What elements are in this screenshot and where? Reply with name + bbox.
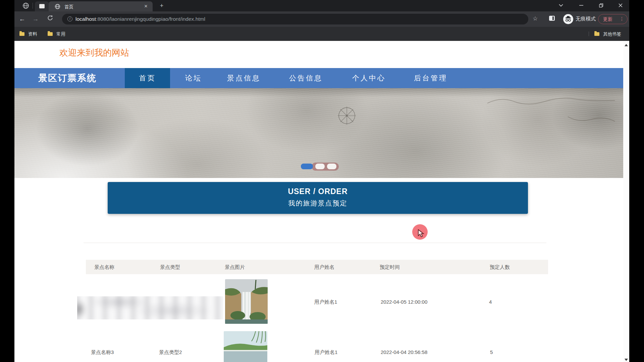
section-divider (84, 243, 546, 243)
cell-user: 用户姓名1 (315, 349, 337, 356)
folder-icon (48, 32, 53, 36)
cursor-arrow-icon (418, 229, 425, 238)
cell-name: 景点名称3 (91, 349, 114, 356)
tab-search-chevron-icon[interactable] (556, 2, 565, 9)
censored-text-blur (77, 296, 223, 319)
column-header-user: 用户姓名 (314, 260, 334, 274)
section-title-en: USER / ORDER (108, 187, 528, 196)
page-scrollbar[interactable] (623, 41, 629, 362)
nav-item-admin[interactable]: 后台管理 (414, 68, 447, 88)
column-header-type: 景点类型 (160, 260, 180, 274)
welcome-text: 欢迎来到我的网站 (59, 47, 129, 59)
pinned-tab[interactable] (35, 1, 49, 11)
tab-close-icon[interactable]: ✕ (143, 4, 149, 9)
bookmark-folder-changyong[interactable]: 常用 (56, 31, 65, 37)
site-brand: 景区订票系统 (38, 68, 97, 88)
active-tab[interactable]: 首页 ✕ (49, 1, 153, 11)
column-header-count: 预定人数 (490, 260, 510, 274)
new-tab-button[interactable]: + (158, 2, 165, 9)
hero-carousel-banner[interactable] (14, 88, 623, 178)
nav-item-scenic-info[interactable]: 景点信息 (227, 68, 261, 88)
cell-time: 2022-04-04 20:56:58 (381, 349, 427, 355)
nav-item-personal-center[interactable]: 个人中心 (352, 68, 386, 88)
site-nav-bar: 景区订票系统 首页 论坛 景点信息 公告信息 个人中心 后台管理 (14, 68, 623, 88)
column-header-time: 预定时间 (380, 260, 400, 274)
window-restore-button[interactable] (597, 2, 605, 9)
folder-icon (19, 32, 24, 36)
banner-scribbles (484, 93, 618, 133)
cell-user: 用户姓名1 (314, 299, 337, 305)
incognito-label: 无痕模式 (576, 16, 596, 22)
carousel-dot-2[interactable] (315, 164, 325, 169)
update-label: 更新 (603, 16, 612, 22)
side-panel-icon[interactable] (549, 16, 555, 21)
bookmarks-separator (589, 32, 589, 36)
scroll-down-icon[interactable] (625, 359, 628, 361)
nav-item-forum[interactable]: 论坛 (185, 68, 202, 88)
bookmark-star-icon[interactable]: ☆ (533, 15, 538, 22)
column-header-image: 景点图片 (225, 260, 245, 274)
cell-time: 2022-04-05 12:00:00 (381, 299, 427, 305)
table-row[interactable]: 用户姓名1 2022-04-05 12:00:00 4 (14, 274, 623, 328)
browser-tab-bar: 首页 ✕ + (14, 0, 629, 11)
carousel-dot-1[interactable] (301, 164, 313, 169)
nav-item-notice[interactable]: 公告信息 (289, 68, 323, 88)
column-header-name: 景点名称 (94, 260, 114, 274)
tab-separator (33, 3, 33, 9)
url-host: localhost (75, 16, 96, 22)
blank-favicon-icon (39, 4, 45, 8)
bookmark-folder-ziliao[interactable]: 资料 (28, 31, 37, 37)
lake-boats-photo[interactable] (224, 331, 267, 362)
table-row[interactable]: 景点名称3 景点类型2 (14, 328, 623, 362)
folder-icon (594, 32, 599, 36)
browser-toolbar: ← → i localhost:8080/laonianrenjingqudin… (14, 11, 629, 27)
bookmarks-bar: 资料 常用 其他书签 (14, 27, 629, 41)
scroll-up-icon[interactable] (625, 44, 628, 46)
cell-count: 4 (489, 299, 492, 305)
site-info-icon[interactable]: i (67, 16, 72, 21)
page-content: 欢迎来到我的网站 景区订票系统 首页 论坛 景点信息 公告信息 个人中心 后台管… (14, 41, 623, 362)
tab-favicon-globe-icon (55, 4, 61, 10)
section-title-zh: 我的旅游景点预定 (108, 199, 528, 208)
browser-globe-icon (22, 2, 29, 9)
url-text: localhost:8080/laonianrenjingqudingpiao/… (75, 16, 205, 22)
kebab-menu-icon: ⋮ (620, 16, 624, 21)
other-bookmarks[interactable]: 其他书签 (603, 31, 621, 37)
address-bar[interactable]: i localhost:8080/laonianrenjingqudingpia… (62, 14, 528, 24)
back-button[interactable]: ← (18, 15, 26, 23)
section-header-user-order: USER / ORDER 我的旅游景点预定 (108, 182, 528, 214)
cell-count: 5 (490, 349, 493, 355)
waterfall-photo[interactable] (225, 279, 268, 324)
incognito-badge-icon (563, 14, 573, 24)
tab-title: 首页 (64, 4, 73, 10)
window-close-button[interactable] (616, 2, 625, 9)
compass-rose-icon (337, 106, 357, 126)
window-minimize-button[interactable] (577, 2, 586, 9)
table-header-row: 景点名称 景点类型 景点图片 用户姓名 预定时间 预定人数 (86, 260, 548, 274)
cursor-click-indicator (412, 224, 428, 240)
carousel-dot-3[interactable] (327, 164, 336, 169)
screen: 首页 ✕ + ← → i localhost:8080/laonianrenji… (0, 0, 644, 362)
update-menu-button[interactable]: 更新 ⋮ (598, 14, 628, 24)
url-path: :8080/laonianrenjingqudingpiao/front/ind… (96, 16, 205, 22)
nav-item-home[interactable]: 首页 (125, 68, 170, 88)
forward-button[interactable]: → (32, 15, 39, 23)
reload-button[interactable] (46, 15, 54, 23)
cell-type: 景点类型2 (159, 349, 182, 356)
